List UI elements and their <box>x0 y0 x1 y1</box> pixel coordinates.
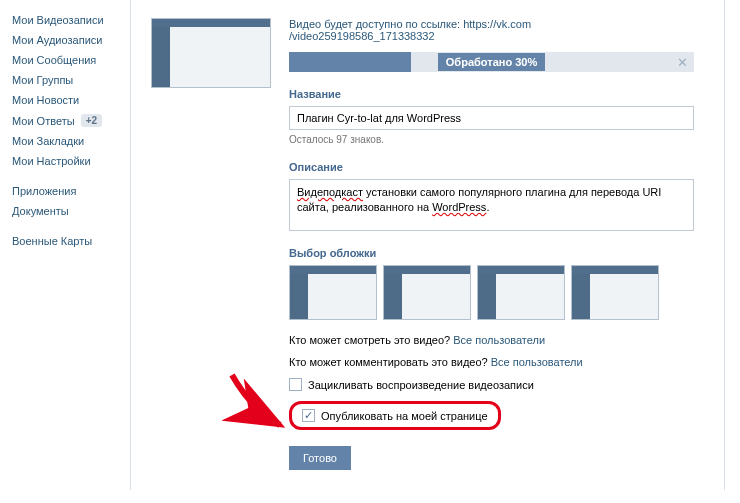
video-thumbnail <box>151 18 271 88</box>
cover-option-3[interactable] <box>477 265 565 320</box>
sidebar-item-label: Мои Видеозаписи <box>12 14 104 26</box>
video-link-text: Видео будет доступно по ссылке: https://… <box>289 18 694 42</box>
cover-option-2[interactable] <box>383 265 471 320</box>
title-label: Название <box>289 88 694 100</box>
perm-view-link[interactable]: Все пользователи <box>453 334 545 346</box>
close-icon[interactable]: ✕ <box>677 55 688 70</box>
sidebar-item-label: Мои Настройки <box>12 155 91 167</box>
cover-row <box>289 265 694 320</box>
sidebar-item-label: Мои Сообщения <box>12 54 96 66</box>
publish-label: Опубликовать на моей странице <box>321 410 488 422</box>
sidebar-item-label: Военные Карты <box>12 235 92 247</box>
perm-comment-link[interactable]: Все пользователи <box>491 356 583 368</box>
perm-view-row: Кто может смотреть это видео? Все пользо… <box>289 334 694 346</box>
sidebar-badge: +2 <box>81 114 102 127</box>
loop-checkbox-row: Зацикливать воспроизведение видеозаписи <box>289 378 694 391</box>
sidebar-item-label: Мои Закладки <box>12 135 84 147</box>
sidebar-item-docs[interactable]: Документы <box>12 201 130 221</box>
sidebar-item-label: Документы <box>12 205 69 217</box>
sidebar-item-replies[interactable]: Мои Ответы+2 <box>12 110 130 131</box>
sidebar-item-videos[interactable]: Мои Видеозаписи <box>12 10 130 30</box>
cover-option-4[interactable] <box>571 265 659 320</box>
cover-label: Выбор обложки <box>289 247 694 259</box>
progress-label: Обработано 30% <box>438 53 545 71</box>
sidebar-item-apps[interactable]: Приложения <box>12 181 130 201</box>
upload-progress: Обработано 30% ✕ <box>289 52 694 72</box>
main-content: Видео будет доступно по ссылке: https://… <box>130 0 725 490</box>
cover-option-1[interactable] <box>289 265 377 320</box>
title-input[interactable] <box>289 106 694 130</box>
sidebar-item-groups[interactable]: Мои Группы <box>12 70 130 90</box>
publish-highlight: Опубликовать на моей странице <box>289 401 501 430</box>
title-hint: Осталось 97 знаков. <box>289 134 694 145</box>
sidebar: Мои Видеозаписи Мои Аудиозаписи Мои Сооб… <box>0 0 130 490</box>
submit-button[interactable]: Готово <box>289 446 351 470</box>
loop-checkbox[interactable] <box>289 378 302 391</box>
sidebar-item-warmaps[interactable]: Военные Карты <box>12 231 130 251</box>
sidebar-item-news[interactable]: Мои Новости <box>12 90 130 110</box>
desc-label: Описание <box>289 161 694 173</box>
loop-label: Зацикливать воспроизведение видеозаписи <box>308 379 534 391</box>
desc-input[interactable]: Видеподкаст установки самого популярного… <box>289 179 694 231</box>
sidebar-item-audio[interactable]: Мои Аудиозаписи <box>12 30 130 50</box>
sidebar-item-label: Мои Ответы <box>12 115 75 127</box>
sidebar-item-label: Мои Группы <box>12 74 73 86</box>
sidebar-item-bookmarks[interactable]: Мои Закладки <box>12 131 130 151</box>
sidebar-item-label: Мои Новости <box>12 94 79 106</box>
perm-comment-row: Кто может комментировать это видео? Все … <box>289 356 694 368</box>
publish-checkbox[interactable] <box>302 409 315 422</box>
video-link-path[interactable]: /video259198586_171338332 <box>289 30 435 42</box>
sidebar-item-label: Мои Аудиозаписи <box>12 34 102 46</box>
sidebar-item-label: Приложения <box>12 185 76 197</box>
video-link-host[interactable]: https://vk.com <box>463 18 531 30</box>
sidebar-item-settings[interactable]: Мои Настройки <box>12 151 130 171</box>
sidebar-item-messages[interactable]: Мои Сообщения <box>12 50 130 70</box>
